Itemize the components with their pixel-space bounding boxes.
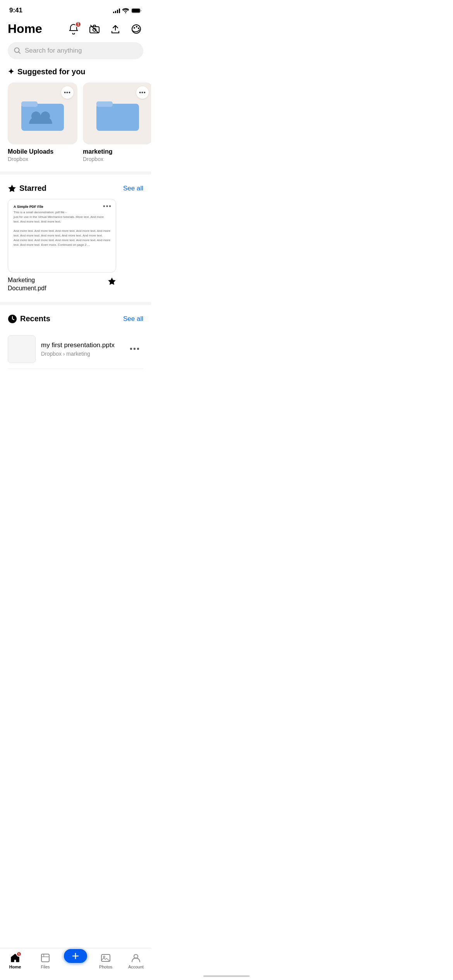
starred-header: Starred See all [0, 184, 151, 199]
starred-section: Starred See all A Simple PDF File This i… [0, 184, 151, 302]
suggested-header: ✦ Suggested for you [0, 67, 151, 82]
recents-list: my first presentation.pptx Dropbox › mar… [0, 330, 151, 369]
starred-file-marketing-doc[interactable]: A Simple PDF File This is a small demons… [8, 199, 116, 293]
svg-rect-15 [96, 104, 139, 131]
recents-see-all[interactable]: See all [123, 315, 143, 323]
file-more-button[interactable]: ••• [103, 203, 112, 209]
clock-icon [8, 314, 17, 324]
suggested-item-marketing[interactable]: ••• marketing Dropbox [83, 82, 151, 162]
battery-icon [131, 8, 142, 13]
search-bar[interactable]: Search for anything [8, 42, 143, 59]
folder-name: Mobile Uploads [8, 148, 77, 155]
folder-more-button[interactable]: ••• [136, 86, 149, 99]
status-bar: 9:41 [0, 0, 151, 19]
folder-icon [96, 96, 139, 131]
starred-star-icon[interactable] [108, 277, 116, 286]
search-container: Search for anything [0, 42, 151, 67]
star-icon [8, 184, 16, 193]
recents-section: Recents See all my first presentation.pp… [0, 314, 151, 415]
svg-rect-16 [96, 101, 113, 107]
recent-thumb [8, 335, 36, 363]
recent-more-button[interactable]: ••• [127, 341, 143, 356]
svg-point-7 [136, 26, 137, 27]
starred-grid: A Simple PDF File This is a small demons… [0, 199, 151, 293]
folder-name: marketing [83, 148, 151, 155]
sparkle-icon: ✦ [8, 67, 14, 76]
folder-sub: Dropbox [8, 156, 77, 162]
page-title: Home [8, 22, 42, 36]
search-placeholder: Search for anything [25, 47, 82, 55]
pdf-preview-body: This is a small demonstration .pdf file … [14, 210, 110, 247]
folder-sub: Dropbox [83, 156, 151, 162]
search-icon [14, 47, 21, 54]
suggested-item-mobile-uploads[interactable]: ••• Mobile Uploads Dropbox [8, 82, 77, 162]
svg-rect-12 [21, 101, 38, 107]
recent-file-path: Dropbox › marketing [41, 351, 121, 357]
recent-item-presentation[interactable]: my first presentation.pptx Dropbox › mar… [8, 330, 143, 369]
folder-more-button[interactable]: ••• [61, 86, 74, 99]
svg-rect-1 [132, 9, 140, 12]
recent-file-name: my first presentation.pptx [41, 341, 121, 349]
suggested-scroll: ••• Mobile Uploads Dropbox ••• [0, 82, 151, 162]
camera-slash-icon [89, 24, 100, 34]
suggested-section: ✦ Suggested for you ••• Mobile Uploads [0, 67, 151, 171]
camera-upload-button[interactable] [88, 22, 101, 36]
upload-button[interactable] [108, 22, 122, 36]
recents-title: Recents [8, 314, 50, 324]
notification-badge: 1 [75, 21, 81, 27]
signal-icon [113, 8, 120, 13]
wifi-icon [122, 8, 129, 13]
divider-2 [0, 302, 151, 305]
upload-icon [111, 24, 120, 34]
starred-see-all[interactable]: See all [123, 185, 143, 192]
header: Home 1 [0, 19, 151, 42]
starred-title: Starred [8, 184, 46, 193]
file-name-row: MarketingDocument.pdf [8, 276, 116, 293]
pdf-preview-title: A Simple PDF File [14, 205, 110, 209]
header-actions: 1 [67, 22, 143, 36]
file-name: MarketingDocument.pdf [8, 276, 46, 293]
divider [0, 171, 151, 175]
svg-point-8 [138, 27, 139, 29]
recents-header: Recents See all [0, 314, 151, 330]
suggested-title: ✦ Suggested for you [8, 67, 86, 76]
notifications-button[interactable]: 1 [67, 22, 81, 36]
status-time: 9:41 [9, 7, 22, 14]
svg-point-6 [134, 27, 135, 29]
palette-icon [131, 24, 142, 34]
recent-info: my first presentation.pptx Dropbox › mar… [41, 341, 121, 357]
shared-folder-icon [21, 96, 64, 131]
theme-button[interactable] [129, 22, 143, 36]
status-icons [113, 8, 142, 13]
